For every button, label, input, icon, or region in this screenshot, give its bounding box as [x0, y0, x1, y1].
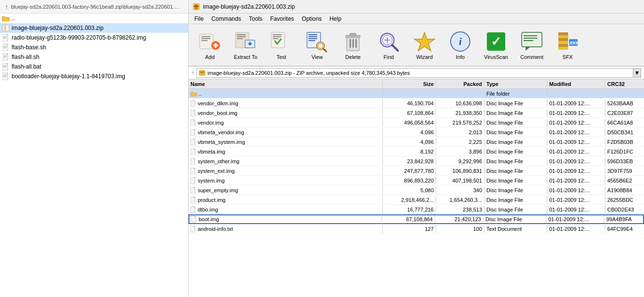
- cell-modified: 01-01-2009 12:...: [547, 186, 605, 194]
- tree-item[interactable]: flash-base.sh: [0, 42, 188, 52]
- col-header-modified[interactable]: Modified: [547, 80, 605, 88]
- cell-packed: 10,636,098: [436, 99, 484, 107]
- table-row[interactable]: android-info.txt 127100Text Document01-0…: [189, 224, 644, 234]
- cell-type: Text Document: [484, 225, 547, 233]
- virusscan-button[interactable]: ✓ VirusScan: [479, 26, 513, 64]
- menubar: FileCommandsToolsFavoritesOptionsHelp: [189, 14, 644, 24]
- sfx-icon: .exe: [556, 30, 579, 53]
- address-box[interactable]: image-bluejay-sd2a.220601.003.zip - ZIP …: [196, 68, 633, 78]
- svg-rect-51: [308, 34, 317, 35]
- svg-rect-22: [3, 65, 7, 66]
- table-row[interactable]: vbmeta_system.img 4,0962,225Disc Image F…: [189, 137, 644, 147]
- tree-item[interactable]: flash-all.bat: [0, 62, 188, 71]
- cell-type: Disc Image File: [484, 119, 547, 127]
- menu-item-commands[interactable]: Commands: [207, 14, 245, 23]
- menu-item-tools[interactable]: Tools: [245, 14, 266, 23]
- view-button[interactable]: View: [300, 26, 335, 64]
- cell-crc: 5263BAAB: [605, 99, 644, 107]
- cell-size: 496,058,564: [383, 119, 436, 127]
- tree-item-label: ..: [12, 15, 15, 22]
- svg-rect-48: [273, 36, 281, 37]
- file-icon-sm: vendor_dlkm.img: [190, 100, 238, 107]
- extract-to-button[interactable]: Extract To: [228, 26, 263, 64]
- cell-name: ..: [189, 90, 383, 98]
- cell-packed: 2,225: [436, 138, 484, 146]
- table-row[interactable]: vendor_dlkm.img 46,190,70410,636,098Disc…: [189, 99, 644, 108]
- svg-rect-76: [524, 38, 537, 39]
- cell-packed: 21,420,123: [435, 215, 483, 223]
- svg-text:.exe: .exe: [569, 40, 578, 45]
- cell-modified: 01-01-2009 12:...: [547, 177, 605, 184]
- sfx-button[interactable]: .exe SFX: [550, 26, 585, 64]
- svg-marker-78: [526, 47, 530, 51]
- nav-up-arrow[interactable]: ↑: [2, 2, 11, 12]
- cell-modified: 01-01-2009 12:...: [547, 119, 605, 127]
- svg-rect-43: [237, 36, 246, 37]
- address-dropdown[interactable]: ▼: [633, 68, 641, 78]
- svg-rect-13: [3, 47, 7, 47]
- tree-item[interactable]: image-bluejay-sd2a.220601.003.zip: [0, 23, 188, 33]
- svg-rect-49: [273, 38, 278, 39]
- cell-crc: 64FC99E4: [605, 225, 644, 233]
- cell-crc: 4565B6E2: [605, 177, 644, 184]
- cell-crc: 66CA61A8: [605, 119, 644, 127]
- table-row[interactable]: .. File folder: [189, 89, 644, 99]
- file-tree: ..image-bluejay-sd2a.220601.003.zipradio…: [0, 14, 188, 297]
- menu-item-favorites[interactable]: Favorites: [266, 14, 298, 23]
- cell-packed: 340: [436, 186, 484, 194]
- col-header-name[interactable]: Name: [189, 80, 383, 88]
- cell-modified: 01-01-2009 12:...: [547, 109, 605, 117]
- svg-rect-37: [202, 40, 207, 41]
- svg-rect-84: [558, 47, 568, 50]
- file-list-header: Name Size Packed Type Modified CRC32: [189, 79, 644, 89]
- left-panel: ↑ bluejay-sd2a.220601.003-factory-96c1be…: [0, 0, 189, 297]
- col-header-packed[interactable]: Packed: [436, 80, 484, 88]
- col-header-crc[interactable]: CRC32: [605, 80, 644, 88]
- svg-rect-89: [200, 72, 204, 73]
- winrar-panel: image-bluejay-sd2a.220601.003.zip FileCo…: [189, 0, 644, 297]
- table-row[interactable]: system_other.img 23,842,9289,292,996Disc…: [189, 156, 644, 166]
- find-button[interactable]: Find: [371, 26, 406, 64]
- tree-item[interactable]: ..: [0, 14, 188, 23]
- table-row[interactable]: super_empty.img 5,080340Disc Image File0…: [189, 185, 644, 195]
- menu-item-options[interactable]: Options: [298, 14, 325, 23]
- table-row[interactable]: boot.img 67,108,86421,420,123Disc Image …: [189, 214, 644, 224]
- menu-item-file[interactable]: File: [190, 14, 207, 23]
- svg-rect-19: [3, 57, 6, 58]
- address-nav-back[interactable]: ↑: [191, 70, 194, 76]
- svg-rect-12: [3, 46, 7, 46]
- cell-size: 247,877,780: [383, 167, 436, 175]
- toolbar: Add Extract To: [189, 24, 644, 67]
- col-header-size[interactable]: Size: [383, 80, 436, 88]
- svg-rect-9: [3, 38, 6, 39]
- test-button[interactable]: Test: [264, 26, 299, 64]
- table-row[interactable]: system_ext.img 247,877,780106,890,831Dis…: [189, 166, 644, 176]
- cell-size: 23,842,928: [383, 157, 436, 165]
- tree-item[interactable]: flash-all.sh: [0, 52, 188, 62]
- table-row[interactable]: vendor.img 496,058,564219,578,252Disc Im…: [189, 118, 644, 127]
- file-icon: [2, 63, 10, 71]
- table-row[interactable]: vbmeta.img 8,1923,896Disc Image File01-0…: [189, 147, 644, 156]
- tree-item[interactable]: bootloader-bluejay-bluejay-1.1-8419703.i…: [0, 71, 188, 81]
- cell-type: Disc Image File: [484, 206, 547, 213]
- col-header-type[interactable]: Type: [484, 80, 547, 88]
- table-row[interactable]: vendor_boot.img 67,108,86421,938,350Disc…: [189, 108, 644, 118]
- cell-size: 8,192: [383, 148, 436, 156]
- info-button[interactable]: i Info: [443, 26, 478, 64]
- tree-item[interactable]: radio-bluejay-g5123b-99903-220705-b-8798…: [0, 33, 188, 42]
- cell-type: Disc Image File: [484, 157, 547, 165]
- menu-item-help[interactable]: Help: [325, 14, 345, 23]
- table-row[interactable]: vbmeta_vendor.img 4,0962,013Disc Image F…: [189, 127, 644, 137]
- table-row[interactable]: dtbo.img 16,777,216238,513Disc Image Fil…: [189, 205, 644, 214]
- delete-button[interactable]: Delete: [336, 26, 370, 64]
- comment-button[interactable]: Comment: [514, 26, 549, 64]
- wizard-icon: [413, 30, 436, 53]
- file-icon: [2, 43, 10, 51]
- file-icon-sm: system_ext.img: [190, 168, 234, 174]
- table-row[interactable]: product.img 2,918,466,2...1,654,260,3...…: [189, 195, 644, 205]
- table-row[interactable]: system.img 896,893,220407,198,501Disc Im…: [189, 176, 644, 185]
- add-button[interactable]: Add: [192, 26, 227, 64]
- wizard-button[interactable]: Wizard: [407, 26, 442, 64]
- view-icon: [306, 30, 329, 53]
- cell-name: system.img: [189, 176, 383, 185]
